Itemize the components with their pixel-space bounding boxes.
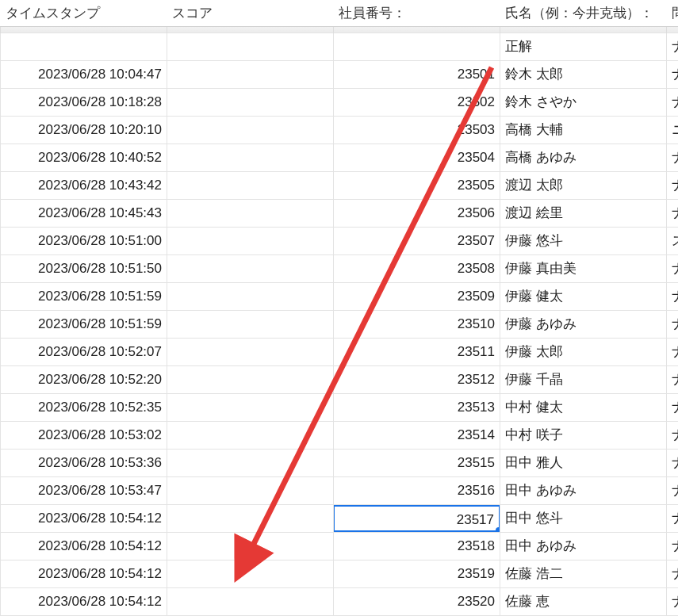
cell-score[interactable] [167,422,334,450]
cell-extra[interactable]: ナ [667,394,679,422]
cell-extra[interactable]: ナ [667,311,679,339]
cell-score[interactable] [167,89,334,117]
cell-score[interactable] [167,533,334,561]
cell-extra[interactable]: ナ [667,505,679,533]
cell-name[interactable]: 中村 咲子 [500,422,667,450]
cell-name[interactable]: 佐藤 浩二 [500,561,667,588]
table-row[interactable]: 2023/06/28 10:52:0723511伊藤 太郎ナ [1,339,679,366]
cell-name[interactable]: 鈴木 太郎 [500,61,667,89]
table-row[interactable]: 2023/06/28 10:20:1023503高橋 大輔ニ [1,117,679,144]
cell-name[interactable]: 中村 健太 [500,394,667,422]
cell-score[interactable] [167,505,334,533]
cell-score[interactable] [167,117,334,144]
cell-extra[interactable]: ナ [667,588,679,616]
table-row[interactable]: 2023/06/28 10:52:2023512伊藤 千晶ナ [1,366,679,394]
cell-score[interactable] [167,61,334,89]
cell-name[interactable]: 渡辺 絵里 [500,200,667,228]
header-score[interactable]: スコア [167,0,334,27]
selection-handle[interactable] [496,527,500,533]
cell-timestamp[interactable]: 2023/06/28 10:54:12 [1,588,167,616]
cell-name[interactable]: 高橋 大輔 [500,117,667,144]
cell-extra[interactable]: ナ [667,283,679,311]
cell-extra[interactable]: ス [667,228,679,255]
table-row[interactable]: 2023/06/28 10:52:3523513中村 健太ナ [1,394,679,422]
cell-name[interactable]: 渡辺 太郎 [500,172,667,200]
cell-extra[interactable]: ナ [667,200,679,228]
cell[interactable]: ナ [667,33,679,61]
cell-timestamp[interactable]: 2023/06/28 10:53:36 [1,450,167,477]
cell-score[interactable] [167,144,334,172]
cell-timestamp[interactable]: 2023/06/28 10:40:52 [1,144,167,172]
cell-score[interactable] [167,311,334,339]
cell-employee-id[interactable]: 23503 [334,117,500,144]
cell-extra[interactable]: ナ [667,450,679,477]
table-row[interactable]: 2023/06/28 10:53:0223514中村 咲子ナ [1,422,679,450]
cell-score[interactable] [167,588,334,616]
header-name[interactable]: 氏名（例：今井克哉）： [500,0,667,27]
cell-score[interactable] [167,366,334,394]
cell-score[interactable] [167,477,334,505]
cell-extra[interactable]: ニ [667,117,679,144]
cell-name[interactable]: 田中 悠斗 [500,505,667,533]
header-timestamp[interactable]: タイムスタンプ [1,0,167,27]
cell-timestamp[interactable]: 2023/06/28 10:51:59 [1,311,167,339]
cell-score[interactable] [167,450,334,477]
cell-employee-id[interactable]: 23504 [334,144,500,172]
cell-timestamp[interactable]: 2023/06/28 10:54:12 [1,561,167,588]
cell-employee-id[interactable]: 23505 [334,172,500,200]
cell-timestamp[interactable]: 2023/06/28 10:53:02 [1,422,167,450]
cell-employee-id[interactable]: 23516 [334,477,500,505]
cell-employee-id[interactable]: 23506 [334,200,500,228]
cell-name[interactable]: 高橋 あゆみ [500,144,667,172]
cell-name[interactable]: 伊藤 真由美 [500,255,667,283]
cell-name[interactable]: 伊藤 太郎 [500,339,667,366]
cell-timestamp[interactable]: 2023/06/28 10:52:35 [1,394,167,422]
table-row[interactable]: 2023/06/28 10:54:1223518田中 あゆみナ [1,533,679,561]
cell-score[interactable] [167,228,334,255]
cell[interactable] [167,33,334,61]
cell-name[interactable]: 伊藤 千晶 [500,366,667,394]
cell-extra[interactable]: ナ [667,533,679,561]
cell-name[interactable]: 鈴木 さやか [500,89,667,117]
table-row[interactable]: 2023/06/28 10:51:5923509伊藤 健太ナ [1,283,679,311]
table-row[interactable]: 2023/06/28 10:04:4723501鈴木 太郎ナ [1,61,679,89]
cell-extra[interactable]: ナ [667,144,679,172]
table-row[interactable]: 2023/06/28 10:43:4223505渡辺 太郎ナ [1,172,679,200]
table-row[interactable]: 2023/06/28 10:51:5023508伊藤 真由美ナ [1,255,679,283]
cell-employee-id[interactable]: 23502 [334,89,500,117]
cell-employee-id[interactable]: 23513 [334,394,500,422]
table-row[interactable]: 2023/06/28 10:53:4723516田中 あゆみナ [1,477,679,505]
cell-timestamp[interactable]: 2023/06/28 10:04:47 [1,61,167,89]
cell-employee-id[interactable]: 23509 [334,283,500,311]
cell-timestamp[interactable]: 2023/06/28 10:53:47 [1,477,167,505]
cell-employee-id[interactable]: 23512 [334,366,500,394]
cell-name[interactable]: 伊藤 悠斗 [500,228,667,255]
cell-extra[interactable]: ナ [667,172,679,200]
cell-extra[interactable]: ナ [667,89,679,117]
cell-employee-id[interactable]: 23515 [334,450,500,477]
cell-employee-id[interactable]: 23518 [334,533,500,561]
table-row[interactable]: 2023/06/28 10:40:5223504高橋 あゆみナ [1,144,679,172]
cell-score[interactable] [167,283,334,311]
cell-score[interactable] [167,561,334,588]
cell-employee-id[interactable]: 23508 [334,255,500,283]
cell-name[interactable]: 伊藤 あゆみ [500,311,667,339]
cell-timestamp[interactable]: 2023/06/28 10:54:12 [1,533,167,561]
cell-employee-id[interactable]: 23510 [334,311,500,339]
cell-timestamp[interactable]: 2023/06/28 10:45:43 [1,200,167,228]
cell-timestamp[interactable]: 2023/06/28 10:18:28 [1,89,167,117]
cell[interactable] [334,33,500,61]
cell-extra[interactable]: ナ [667,61,679,89]
table-row[interactable]: 2023/06/28 10:51:5923510伊藤 あゆみナ [1,311,679,339]
answer-key-row[interactable]: 正解 ナ [1,33,679,61]
cell-employee-id[interactable]: 23501 [334,61,500,89]
cell[interactable] [1,33,167,61]
cell-score[interactable] [167,255,334,283]
spreadsheet-table[interactable]: タイムスタンプ スコア 社員番号： 氏名（例：今井克哉）： 問 正解 ナ 202… [0,0,678,616]
cell-timestamp[interactable]: 2023/06/28 10:54:12 [1,505,167,533]
cell-employee-id[interactable]: 23507 [334,228,500,255]
cell-extra[interactable]: ナ [667,422,679,450]
table-row[interactable]: 2023/06/28 10:45:4323506渡辺 絵里ナ [1,200,679,228]
cell-employee-id[interactable]: 23520 [334,588,500,616]
cell-extra[interactable]: ナ [667,255,679,283]
